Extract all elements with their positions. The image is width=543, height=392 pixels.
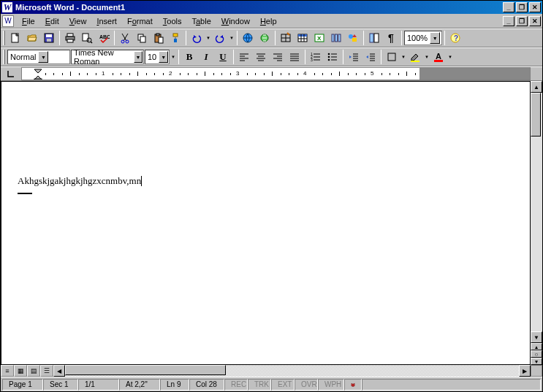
font-size-combo[interactable]: 10▼ [145,50,170,64]
tab-selector[interactable] [1,67,21,80]
underline-button[interactable]: U [215,49,231,65]
drawing-button[interactable] [345,30,361,46]
insert-worksheet-button[interactable]: X [311,30,327,46]
chevron-down-icon[interactable]: ▼ [170,50,176,64]
office-assistant-button[interactable]: ? [447,30,463,46]
ruler-mark: 1 [102,70,105,77]
undo-button[interactable] [189,30,205,46]
copy-button[interactable] [134,30,150,46]
justify-button[interactable] [286,49,303,65]
document-text[interactable]: Akhgskjgakjhgkjhgzxcnmbv,mn [18,175,142,187]
menu-window[interactable]: Window [216,15,255,27]
ruler-mark: 4 [303,70,306,77]
columns-button[interactable] [328,30,344,46]
close-button[interactable]: ✕ [529,2,541,12]
menu-edit[interactable]: Edit [40,15,64,27]
minimize-button[interactable]: _ [503,2,514,12]
align-center-button[interactable] [253,49,269,65]
increase-indent-button[interactable] [362,49,379,65]
indent-markers[interactable] [34,68,42,80]
svg-rect-4 [67,34,73,36]
new-document-button[interactable] [7,30,23,46]
hscroll-track[interactable] [65,365,519,377]
menu-help[interactable]: Help [255,15,282,27]
outside-border-button[interactable] [384,49,400,65]
svg-rect-34 [335,34,338,42]
status-book-icon[interactable] [344,379,362,391]
show-hide-button[interactable]: ¶ [383,30,399,46]
style-combo[interactable]: Normal▼ [7,50,70,64]
menu-table[interactable]: Table [186,15,216,27]
menu-file[interactable]: File [17,15,40,27]
highlight-button[interactable] [407,49,423,65]
redo-button[interactable] [212,30,228,46]
bulleted-list-button[interactable] [324,49,341,65]
svg-point-65 [328,56,330,58]
select-browse-button[interactable]: ○ [531,350,542,358]
hscroll-thumb[interactable] [65,365,226,375]
vscroll-thumb[interactable] [531,93,541,137]
status-rec[interactable]: REC [224,379,248,391]
scroll-down-button[interactable]: ▼ [531,331,542,343]
document-map-button[interactable] [366,30,382,46]
horizontal-scrollbar[interactable]: ◀ ▶ [53,365,531,377]
scroll-up-button[interactable]: ▲ [531,81,542,93]
outline-view-button[interactable]: ☰ [40,365,53,377]
border-dropdown[interactable]: ▼ [400,50,406,64]
browse-next-button[interactable]: ▾ [531,358,542,365]
menu-format[interactable]: Format [122,15,158,27]
mdi-restore-button[interactable]: ❐ [516,16,528,26]
normal-view-button[interactable]: ≡ [1,365,14,377]
insert-hyperlink-button[interactable] [240,30,256,46]
browse-prev-button[interactable]: ▴ [531,343,542,350]
decrease-indent-button[interactable] [346,49,362,65]
word-app-icon: W [2,2,12,12]
menu-insert[interactable]: Insert [91,15,122,27]
page-layout-button[interactable]: ▤ [27,365,40,377]
web-toolbar-button[interactable] [257,30,273,46]
font-color-button[interactable]: A [430,49,447,65]
online-layout-button[interactable]: ▦ [14,365,27,377]
status-ovr[interactable]: OVR [295,379,318,391]
spellcheck-button[interactable]: ABC [96,30,112,46]
save-button[interactable] [41,30,57,46]
font-color-dropdown[interactable]: ▼ [447,50,453,64]
print-button[interactable] [62,30,78,46]
mdi-minimize-button[interactable]: _ [503,16,514,26]
toolbar-grip[interactable] [3,50,5,64]
horizontal-ruler[interactable]: 1234567 [21,67,531,80]
scroll-right-button[interactable]: ▶ [519,365,531,377]
numbered-list-button[interactable]: 123 [308,49,324,65]
align-left-button[interactable] [236,49,252,65]
mdi-close-button[interactable]: ✕ [529,16,541,26]
scroll-left-button[interactable]: ◀ [53,365,65,377]
italic-button[interactable]: I [198,49,214,65]
maximize-button[interactable]: ❐ [516,2,528,12]
menu-view[interactable]: View [64,15,92,27]
tables-borders-button[interactable] [278,30,294,46]
align-right-button[interactable] [270,49,286,65]
print-preview-button[interactable] [79,30,95,46]
document-mdi-icon[interactable]: W [2,15,14,27]
formatting-toolbar: Normal▼ Times New Roman▼ 10▼ ▼ B I U 123… [1,47,542,66]
status-ext[interactable]: EXT [271,379,295,391]
insert-table-button[interactable] [295,30,311,46]
svg-rect-14 [140,36,145,42]
format-painter-button[interactable] [167,30,183,46]
bold-button[interactable]: B [181,49,197,65]
zoom-combo[interactable]: 100%▼ [404,31,442,45]
page-surface[interactable]: Akhgskjgakjhgkjhgzxcnmbv,mn [1,81,531,365]
open-button[interactable] [24,30,40,46]
redo-dropdown[interactable]: ▼ [229,31,235,45]
cut-button[interactable] [117,30,133,46]
status-trk[interactable]: TRK [248,379,271,391]
vertical-scrollbar[interactable]: ▲ ▼ ▴ ○ ▾ [531,81,542,365]
menu-tools[interactable]: Tools [158,15,187,27]
vscroll-track[interactable] [531,93,542,331]
status-wph[interactable]: WPH [318,379,344,391]
toolbar-grip[interactable] [3,31,5,45]
paste-button[interactable] [151,30,167,46]
font-combo[interactable]: Times New Roman▼ [71,50,144,64]
highlight-dropdown[interactable]: ▼ [424,50,430,64]
undo-dropdown[interactable]: ▼ [205,31,211,45]
